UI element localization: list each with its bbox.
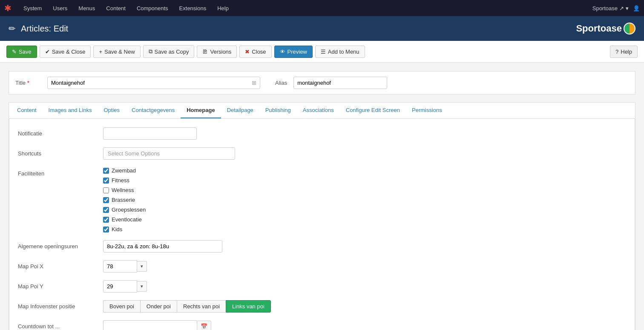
title-label: Title * xyxy=(15,80,41,86)
help-button[interactable]: ? Help xyxy=(610,46,638,58)
close-button[interactable]: ✖ Close xyxy=(239,46,271,58)
main-content: Title * ⊞ Alias Content Images and Links… xyxy=(0,63,644,330)
faciliteit-brasserie[interactable]: Brasserie xyxy=(103,197,626,203)
checkmark-icon: ✔ xyxy=(45,49,50,55)
faciliteit-groepslessen[interactable]: Groepslessen xyxy=(103,207,626,213)
tab-associations[interactable]: Associations xyxy=(297,103,340,118)
page-title-area: ✏ Articles: Edit xyxy=(9,23,68,34)
faciliteit-kids[interactable]: Kids xyxy=(103,226,626,232)
map-poi-y-control: ▾ xyxy=(103,280,626,293)
notificatie-control xyxy=(103,127,626,140)
joomla-logo-icon: ✱ xyxy=(4,3,12,13)
faciliteit-wellness[interactable]: Wellness xyxy=(103,187,626,193)
infovenster-onder-poi[interactable]: Onder poi xyxy=(140,300,177,313)
title-field-icon: ⊞ xyxy=(252,80,256,86)
page-title: Articles: Edit xyxy=(21,24,68,34)
tab-homepage[interactable]: Homepage xyxy=(181,103,221,118)
homepage-tab-content: Notificatie Shortcuts Select Some Option… xyxy=(9,119,635,330)
shortcuts-select[interactable]: Select Some Options xyxy=(103,147,235,160)
tab-permissions[interactable]: Permissions xyxy=(406,103,448,118)
notificatie-field[interactable] xyxy=(103,127,197,140)
openingsuren-field[interactable] xyxy=(103,240,222,253)
faciliteiten-control: Zwembad Fitness Wellness Brasserie xyxy=(103,167,626,232)
close-icon: ✖ xyxy=(245,49,250,55)
save-button[interactable]: ✎ Save xyxy=(6,46,37,58)
title-field[interactable] xyxy=(51,80,250,86)
calendar-icon-button[interactable]: 📅 xyxy=(197,321,211,330)
map-infovenster-control: Boven poi Onder poi Rechts van poi Links… xyxy=(103,300,626,313)
edit-pencil-icon: ✏ xyxy=(9,23,16,34)
save-new-button[interactable]: + Save & New xyxy=(93,46,140,58)
top-navigation: ✱ System Users Menus Content Components … xyxy=(0,0,644,16)
nav-content[interactable]: Content xyxy=(101,0,131,16)
checkbox-wellness[interactable] xyxy=(103,187,109,193)
tabs-nav: Content Images and Links Opties Contactg… xyxy=(9,103,635,119)
nav-components[interactable]: Components xyxy=(132,0,173,16)
map-poi-x-row: Map Poi X ▾ xyxy=(18,260,626,273)
top-nav-right: Sportoase ↗ ▾ 👤 xyxy=(592,5,640,11)
map-infovenster-options: Boven poi Onder poi Rechts van poi Links… xyxy=(103,300,626,313)
tab-detailpage[interactable]: Detailpage xyxy=(221,103,259,118)
add-to-menu-button[interactable]: ☰ Add to Menu xyxy=(315,46,365,58)
title-alias-row: Title * ⊞ Alias xyxy=(9,71,635,95)
faciliteit-eventlocatie[interactable]: Eventlocatie xyxy=(103,216,626,223)
infovenster-boven-poi[interactable]: Boven poi xyxy=(103,300,140,313)
checkbox-groepslessen[interactable] xyxy=(103,207,109,213)
shortcuts-placeholder-text: Select Some Options xyxy=(108,150,160,157)
notificatie-row: Notificatie xyxy=(18,127,626,140)
countdown-control: 📅 xyxy=(103,320,626,330)
checkbox-eventlocatie[interactable] xyxy=(103,217,109,223)
map-infovenster-row: Map Infovenster positie Boven poi Onder … xyxy=(18,300,626,313)
map-poi-x-control: ▾ xyxy=(103,260,626,273)
checkbox-fitness[interactable] xyxy=(103,178,109,184)
menu-icon: ☰ xyxy=(321,49,326,55)
nav-users[interactable]: Users xyxy=(48,0,72,16)
tabs-container: Content Images and Links Opties Contactg… xyxy=(9,102,635,330)
map-poi-y-dropdown[interactable]: ▾ xyxy=(137,281,147,292)
toolbar-right: ? Help xyxy=(610,46,638,58)
nav-system[interactable]: System xyxy=(18,0,47,16)
tab-publishing[interactable]: Publishing xyxy=(259,103,297,118)
alias-field[interactable] xyxy=(293,77,387,89)
faciliteiten-row: Faciliteiten Zwembad Fitness xyxy=(18,167,626,232)
map-poi-x-label: Map Poi X xyxy=(18,260,103,270)
infovenster-rechts-van-poi[interactable]: Rechts van poi xyxy=(177,300,226,313)
checkbox-kids[interactable] xyxy=(103,227,109,232)
shortcuts-label: Shortcuts xyxy=(18,147,103,157)
checkbox-zwembad[interactable] xyxy=(103,168,109,174)
tab-images-links[interactable]: Images and Links xyxy=(43,103,98,118)
sportoase-logo-text: Sportoase xyxy=(576,23,622,34)
user-menu[interactable]: Sportoase ↗ ▾ xyxy=(592,5,629,11)
nav-help[interactable]: Help xyxy=(212,0,234,16)
checkbox-brasserie[interactable] xyxy=(103,197,109,203)
copy-icon: ⧉ xyxy=(149,48,152,55)
dropdown-arrow-icon: ▾ xyxy=(626,5,629,11)
map-poi-x-field[interactable] xyxy=(103,260,137,273)
preview-button[interactable]: 👁 Preview xyxy=(274,46,313,58)
map-poi-y-field[interactable] xyxy=(103,280,137,293)
map-infovenster-label: Map Infovenster positie xyxy=(18,300,103,310)
tab-contactgegevens[interactable]: Contactgegevens xyxy=(126,103,181,118)
tab-content[interactable]: Content xyxy=(11,103,43,118)
user-avatar-icon: 👤 xyxy=(633,5,640,11)
faciliteit-zwembad[interactable]: Zwembad xyxy=(103,167,626,174)
infovenster-links-van-poi[interactable]: Links van poi xyxy=(226,300,271,313)
nav-menus[interactable]: Menus xyxy=(73,0,100,16)
shortcuts-control: Select Some Options xyxy=(103,147,626,160)
countdown-field[interactable] xyxy=(103,320,197,330)
openingsuren-row: Algemene openingsuren xyxy=(18,240,626,253)
user-name: Sportoase xyxy=(592,5,618,11)
nav-extensions[interactable]: Extensions xyxy=(174,0,212,16)
tab-opties[interactable]: Opties xyxy=(98,103,126,118)
map-poi-y-label: Map Poi Y xyxy=(18,280,103,290)
external-link-icon: ↗ xyxy=(619,5,624,11)
save-close-button[interactable]: ✔ Save & Close xyxy=(40,46,91,58)
versions-button[interactable]: 🖹 Versions xyxy=(197,46,237,58)
toolbar: ✎ Save ✔ Save & Close + Save & New ⧉ Sav… xyxy=(0,41,644,63)
save-icon: ✎ xyxy=(12,49,17,55)
tab-configure-edit-screen[interactable]: Configure Edit Screen xyxy=(340,103,406,118)
save-copy-button[interactable]: ⧉ Save as Copy xyxy=(143,45,195,58)
faciliteit-fitness[interactable]: Fitness xyxy=(103,177,626,184)
openingsuren-label: Algemene openingsuren xyxy=(18,240,103,250)
map-poi-x-dropdown[interactable]: ▾ xyxy=(137,261,147,272)
